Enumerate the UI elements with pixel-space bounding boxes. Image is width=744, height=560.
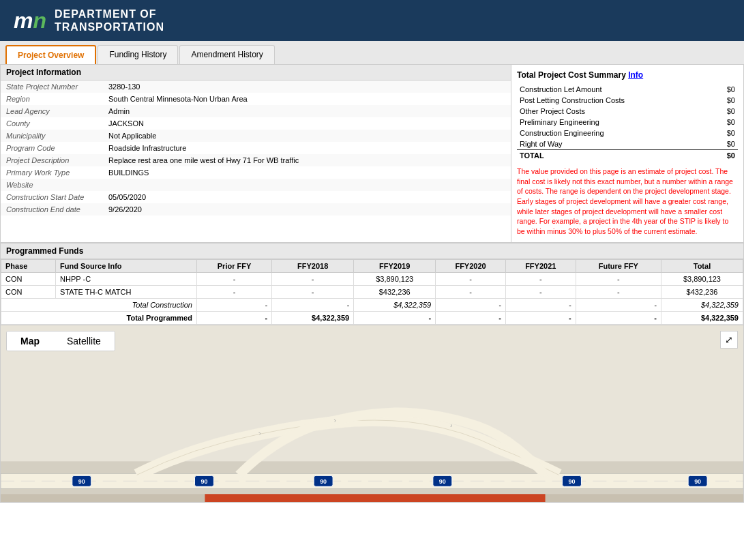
- col-ffy2018: FFY2018: [272, 259, 354, 272]
- field-value: JACKSON: [103, 117, 511, 130]
- funds-section: Programmed Funds Phase Fund Source Info …: [0, 243, 744, 325]
- right-panel: Total Project Cost Summary Info Construc…: [511, 65, 743, 242]
- col-total: Total: [661, 259, 743, 272]
- field-label: Region: [1, 93, 103, 105]
- cost-row: Construction Let Amount $0: [517, 84, 738, 95]
- field-value: Not Applicable: [103, 130, 511, 142]
- field-label: Project Description: [1, 154, 103, 166]
- col-prior-ffy: Prior FFY: [196, 259, 271, 272]
- left-panel: Project Information State Project Number…: [1, 65, 511, 242]
- app-title: DEPARTMENT OF TRANSPORTATION: [55, 8, 164, 33]
- cost-total-row: TOTAL $0: [517, 150, 738, 162]
- field-value: 05/05/2020: [103, 191, 511, 203]
- table-row: Construction End date 9/26/2020: [1, 203, 511, 216]
- project-info-table: State Project Number 3280-130 Region Sou…: [1, 80, 511, 216]
- tab-bar: Project Overview Funding History Amendme…: [0, 41, 744, 65]
- satellite-view-button[interactable]: Satellite: [53, 331, 115, 351]
- logo-area: mn DEPARTMENT OF TRANSPORTATION: [14, 8, 164, 33]
- table-row: State Project Number 3280-130: [1, 80, 511, 93]
- cost-summary-header: Total Project Cost Summary Info: [517, 70, 738, 80]
- map-svg: › › › 90 90 90 90 90 90 ›: [1, 325, 743, 502]
- map-view-button[interactable]: Map: [7, 331, 53, 351]
- svg-text:90: 90: [320, 478, 327, 485]
- field-label: Website: [1, 179, 103, 191]
- table-row: Region South Central Minnesota-Non Urban…: [1, 93, 511, 105]
- field-value: Admin: [103, 105, 511, 117]
- field-value: [103, 179, 511, 191]
- table-row: Program Code Roadside Infrastructure: [1, 142, 511, 154]
- map-container[interactable]: Map Satellite ⤢ › › › 90 90: [0, 325, 744, 503]
- field-value: 9/26/2020: [103, 203, 511, 216]
- funds-row: CON STATE TH-C MATCH - - $432,236 - - - …: [1, 285, 743, 298]
- field-label: Lead Agency: [1, 105, 103, 117]
- svg-rect-5: [205, 494, 545, 502]
- svg-text:90: 90: [78, 478, 85, 485]
- main-content: Project Information State Project Number…: [0, 65, 744, 243]
- svg-text:90: 90: [568, 478, 575, 485]
- project-info-header: Project Information: [1, 65, 511, 80]
- field-label: Construction End date: [1, 203, 103, 216]
- map-expand-button[interactable]: ⤢: [720, 331, 738, 349]
- cost-summary-table: Construction Let Amount $0 Post Letting …: [517, 84, 738, 161]
- cost-row: Other Project Costs $0: [517, 106, 738, 117]
- col-future-ffy: Future FFY: [576, 259, 661, 272]
- funds-table: Phase Fund Source Info Prior FFY FFY2018…: [1, 259, 743, 325]
- col-ffy2019: FFY2019: [354, 259, 436, 272]
- table-row: County JACKSON: [1, 117, 511, 130]
- tab-amendment-history[interactable]: Amendment History: [179, 45, 274, 64]
- field-label: Program Code: [1, 142, 103, 154]
- funds-row: CON NHPP -C - - $3,890,123 - - - $3,890,…: [1, 272, 743, 285]
- col-phase: Phase: [1, 259, 56, 272]
- app-header: mn DEPARTMENT OF TRANSPORTATION: [0, 0, 744, 41]
- cost-row: Preliminary Engineering $0: [517, 117, 738, 128]
- cost-row: Post Letting Construction Costs $0: [517, 95, 738, 106]
- table-row: Construction Start Date 05/05/2020: [1, 191, 511, 203]
- table-row: Primary Work Type BUILDINGS: [1, 166, 511, 179]
- field-value: BUILDINGS: [103, 166, 511, 179]
- total-construction-row: Total Construction - - $4,322,359 - - - …: [1, 298, 743, 311]
- field-value: 3280-130: [103, 80, 511, 93]
- table-row: Project Description Replace rest area on…: [1, 154, 511, 166]
- logo-m: m: [14, 8, 33, 33]
- svg-text:90: 90: [200, 478, 207, 485]
- map-controls: Map Satellite: [6, 331, 115, 351]
- info-link[interactable]: Info: [628, 70, 643, 80]
- svg-text:90: 90: [694, 478, 701, 485]
- cost-row: Right of Way $0: [517, 138, 738, 150]
- field-label: Primary Work Type: [1, 166, 103, 179]
- col-ffy2020: FFY2020: [436, 259, 506, 272]
- field-value: Replace rest area one mile west of Hwy 7…: [103, 154, 511, 166]
- mn-logo: mn: [14, 10, 46, 31]
- logo-n: n: [33, 8, 46, 33]
- field-label: County: [1, 117, 103, 130]
- col-fund-source: Fund Source Info: [56, 259, 197, 272]
- table-row: Website: [1, 179, 511, 191]
- funds-header: Programmed Funds: [1, 244, 743, 259]
- field-label: State Project Number: [1, 80, 103, 93]
- total-programmed-row: Total Programmed - $4,322,359 - - - - $4…: [1, 311, 743, 324]
- tab-funding-history[interactable]: Funding History: [98, 45, 178, 64]
- cost-warning-text: The value provided on this page is an es…: [517, 166, 738, 237]
- funds-table-header-row: Phase Fund Source Info Prior FFY FFY2018…: [1, 259, 743, 272]
- table-row: Municipality Not Applicable: [1, 130, 511, 142]
- cost-row: Construction Engineering $0: [517, 128, 738, 138]
- field-value: South Central Minnesota-Non Urban Area: [103, 93, 511, 105]
- table-row: Lead Agency Admin: [1, 105, 511, 117]
- field-label: Municipality: [1, 130, 103, 142]
- svg-text:90: 90: [439, 478, 446, 485]
- col-ffy2021: FFY2021: [505, 259, 576, 272]
- tab-project-overview[interactable]: Project Overview: [5, 45, 96, 64]
- field-label: Construction Start Date: [1, 191, 103, 203]
- field-value: Roadside Infrastructure: [103, 142, 511, 154]
